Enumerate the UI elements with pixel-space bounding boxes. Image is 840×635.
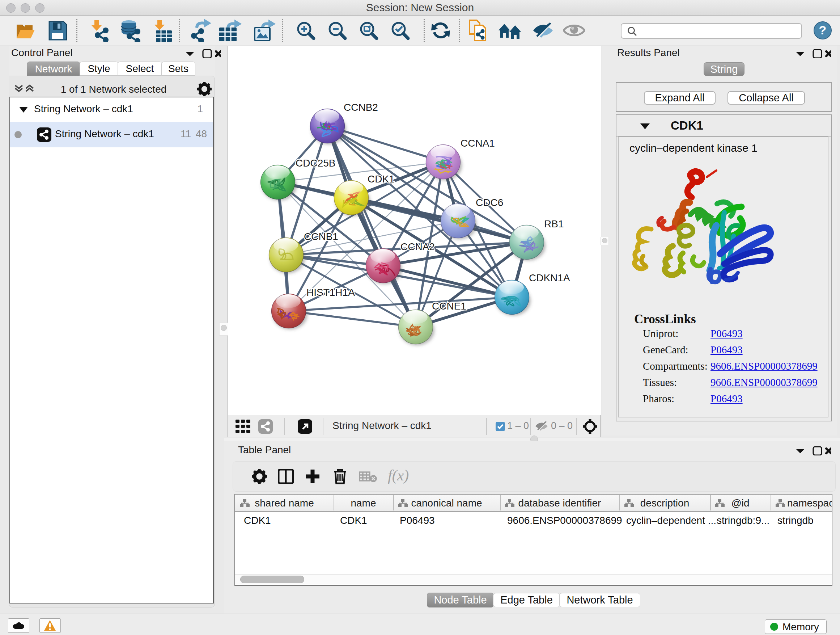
svg-text:CDK1: CDK1 [368,173,395,185]
svg-text:CCNE1: CCNE1 [432,301,466,312]
svg-text:HIST1H1A: HIST1H1A [306,287,355,298]
svg-text:CCNB2: CCNB2 [344,102,378,113]
svg-text:CDKN1A: CDKN1A [529,272,570,283]
svg-text:CCNB1: CCNB1 [304,231,338,242]
svg-text:CCNA1: CCNA1 [461,138,495,149]
svg-text:CCNA2: CCNA2 [401,241,435,252]
svg-text:CDC6: CDC6 [476,197,503,208]
svg-text:?: ? [819,23,827,37]
svg-text:RB1: RB1 [544,218,564,230]
svg-text:CDC25B: CDC25B [295,157,335,169]
